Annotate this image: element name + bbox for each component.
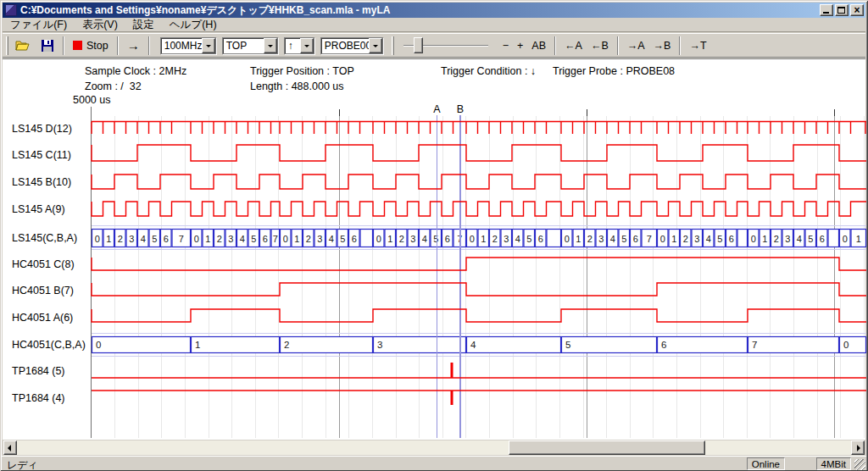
channel-label-ls145-d: LS145 D(12) xyxy=(12,123,90,135)
goto-a-left-button[interactable]: ←A xyxy=(560,37,587,54)
toolbar-separator xyxy=(554,36,556,55)
toolbar: Stop → 100MHz TOP ↑ PROBE00 − + AB xyxy=(3,33,865,58)
zoom-text: Zoom : / 32 xyxy=(85,80,142,92)
channel-label-hc4051-a: HC4051 A(6) xyxy=(12,312,90,324)
length-text: Length : 488.000 us xyxy=(250,80,344,92)
probe-combo-value: PROBE00 xyxy=(321,40,369,52)
sample-clock-combo[interactable]: 100MHz xyxy=(160,37,216,54)
channel-label-ls145-bus: LS145(C,B,A) xyxy=(12,232,90,244)
minimize-icon xyxy=(823,12,829,14)
app-window: C:¥Documents and Settings¥noname¥デスクトップ¥… xyxy=(0,0,868,471)
zoom-out-button[interactable]: − xyxy=(498,37,513,54)
ruler-scale-label: 5000 us xyxy=(73,94,110,106)
scroll-right-icon xyxy=(857,445,860,452)
goto-a-right-button[interactable]: →A xyxy=(623,37,649,54)
minimize-button[interactable] xyxy=(820,4,833,16)
channel-label-hc4051-bus: HC4051(C,B,A) xyxy=(12,339,90,351)
channel-label-tp1684-4: TP1684 (4) xyxy=(12,392,90,404)
trigger-probe-text: Trigger Probe : PROBE08 xyxy=(553,65,675,77)
menu-item-settings[interactable]: 設定 xyxy=(125,17,162,33)
zoom-in-button[interactable]: + xyxy=(513,37,527,54)
ab-cursor-button[interactable]: AB xyxy=(527,37,550,54)
menubar: ファイル(F) 表示(V) 設定 ヘルプ(H) xyxy=(3,18,865,32)
goto-trigger-button[interactable]: →T xyxy=(685,37,710,54)
channel-label-hc4051-b: HC4051 B(7) xyxy=(12,285,90,296)
menu-item-file[interactable]: ファイル(F) xyxy=(3,17,75,33)
combo-dropdown-icon[interactable] xyxy=(202,38,215,53)
toolbar-grip xyxy=(392,36,394,55)
trigger-position-combo[interactable]: TOP xyxy=(222,37,278,54)
combo-dropdown-icon[interactable] xyxy=(369,38,382,53)
goto-b-left-button[interactable]: ←B xyxy=(587,37,613,54)
horizontal-scrollbar[interactable] xyxy=(3,441,865,455)
close-icon: × xyxy=(851,4,863,16)
zoom-slider[interactable] xyxy=(403,36,488,55)
save-button[interactable] xyxy=(36,36,58,55)
trigger-edge-combo[interactable]: ↑ xyxy=(284,37,314,54)
titlebar: C:¥Documents and Settings¥noname¥デスクトップ¥… xyxy=(3,3,865,18)
app-icon xyxy=(5,4,17,16)
status-ready-text: レディ xyxy=(7,458,38,471)
status-memory-panel: 4MBit xyxy=(816,457,851,470)
waveform-panel[interactable] xyxy=(3,58,865,440)
channel-label-hc4051-c: HC4051 C(8) xyxy=(12,258,90,270)
maximize-icon xyxy=(837,7,845,14)
channel-label-ls145-c: LS145 C(11) xyxy=(12,149,90,161)
combo-dropdown-icon[interactable] xyxy=(264,38,277,53)
run-button[interactable]: → xyxy=(123,36,144,54)
channel-label-tp1684-5: TP1684 (5) xyxy=(12,365,90,377)
trigger-condition-text: Trigger Condition : ↓ xyxy=(441,65,536,77)
toolbar-separator xyxy=(617,36,619,55)
scroll-left-button[interactable] xyxy=(3,441,17,455)
scroll-thumb[interactable] xyxy=(509,441,705,455)
floppy-icon xyxy=(41,39,54,53)
maximize-button[interactable] xyxy=(835,4,849,16)
channel-label-ls145-b: LS145 B(10) xyxy=(12,176,90,188)
combo-dropdown-icon[interactable] xyxy=(300,38,314,53)
toolbar-separator xyxy=(679,36,681,55)
sample-clock-text: Sample Clock : 2MHz xyxy=(85,65,186,77)
toolbar-grip xyxy=(6,36,8,55)
stop-button[interactable]: Stop xyxy=(69,37,113,54)
open-button[interactable] xyxy=(11,36,36,55)
sample-clock-combo-value: 100MHz xyxy=(161,40,202,52)
folder-open-icon xyxy=(15,39,32,53)
toolbar-separator xyxy=(117,36,119,55)
menu-item-view[interactable]: 表示(V) xyxy=(75,17,125,33)
close-button[interactable]: × xyxy=(850,4,864,16)
trigger-edge-combo-value: ↑ xyxy=(285,40,300,52)
window-title: C:¥Documents and Settings¥noname¥デスクトップ¥… xyxy=(20,3,818,18)
status-online-panel: Online xyxy=(747,457,785,470)
scroll-right-button[interactable] xyxy=(851,441,865,455)
stop-label: Stop xyxy=(86,40,108,52)
statusbar: レディ Online 4MBit xyxy=(2,456,866,470)
probe-combo[interactable]: PROBE00 xyxy=(320,37,383,54)
stop-icon xyxy=(73,41,82,50)
run-arrow-icon: → xyxy=(127,39,140,52)
channel-label-ls145-a: LS145 A(9) xyxy=(12,203,90,215)
scroll-left-icon xyxy=(8,445,11,452)
zoom-slider-handle[interactable] xyxy=(414,37,423,53)
toolbar-separator xyxy=(63,36,64,55)
trigger-position-text: Trigger Position : TOP xyxy=(250,65,354,77)
resize-grip[interactable] xyxy=(854,459,865,470)
trigger-position-combo-value: TOP xyxy=(223,40,264,52)
menu-item-help[interactable]: ヘルプ(H) xyxy=(162,17,225,33)
goto-b-right-button[interactable]: →B xyxy=(649,37,676,54)
toolbar-separator xyxy=(148,36,150,55)
